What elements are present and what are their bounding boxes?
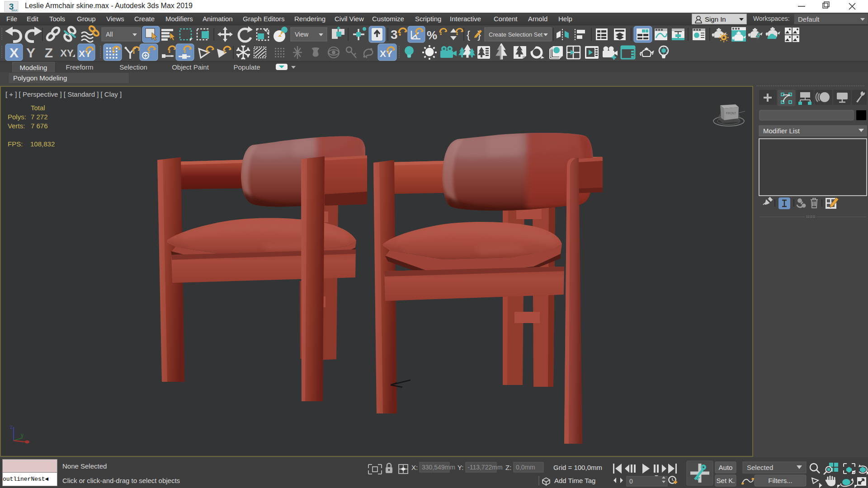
svg-text:X:: X: bbox=[411, 464, 418, 471]
svg-text:XY: XY bbox=[60, 47, 74, 59]
svg-text:Y: Y bbox=[26, 45, 35, 60]
svg-text:Y:: Y: bbox=[458, 464, 463, 471]
svg-text:z: z bbox=[10, 424, 13, 430]
svg-text:{: { bbox=[467, 28, 470, 41]
svg-text:330,549mm: 330,549mm bbox=[422, 464, 455, 471]
svg-text:y: y bbox=[21, 432, 24, 438]
svg-text:Selected: Selected bbox=[747, 464, 773, 471]
svg-text:Z: Z bbox=[45, 45, 53, 60]
svg-text:Filters...: Filters... bbox=[768, 477, 792, 484]
svg-text:XY: XY bbox=[79, 48, 91, 59]
svg-text:View: View bbox=[295, 31, 309, 38]
svg-text:Create Selection Set: Create Selection Set bbox=[489, 31, 543, 38]
svg-text:Set K.: Set K. bbox=[717, 477, 735, 484]
svg-text:3: 3 bbox=[391, 28, 398, 42]
svg-text:0,0mm: 0,0mm bbox=[516, 464, 535, 471]
svg-text:All: All bbox=[106, 31, 113, 38]
svg-text:Modifier List: Modifier List bbox=[763, 127, 800, 135]
svg-text:0: 0 bbox=[629, 478, 633, 485]
svg-text:Grid = 100,0mm: Grid = 100,0mm bbox=[553, 464, 602, 471]
svg-text:Auto: Auto bbox=[719, 464, 733, 471]
svg-text:XY: XY bbox=[380, 48, 392, 59]
svg-text:-113,722mm: -113,722mm bbox=[467, 464, 503, 471]
svg-text:%: % bbox=[427, 28, 437, 42]
svg-text:Z:: Z: bbox=[505, 464, 511, 471]
svg-text:Add Time Tag: Add Time Tag bbox=[554, 477, 595, 484]
svg-text:X: X bbox=[9, 45, 19, 60]
svg-text:MAX: MAX bbox=[11, 9, 17, 12]
svg-text:FRONT: FRONT bbox=[726, 112, 736, 115]
